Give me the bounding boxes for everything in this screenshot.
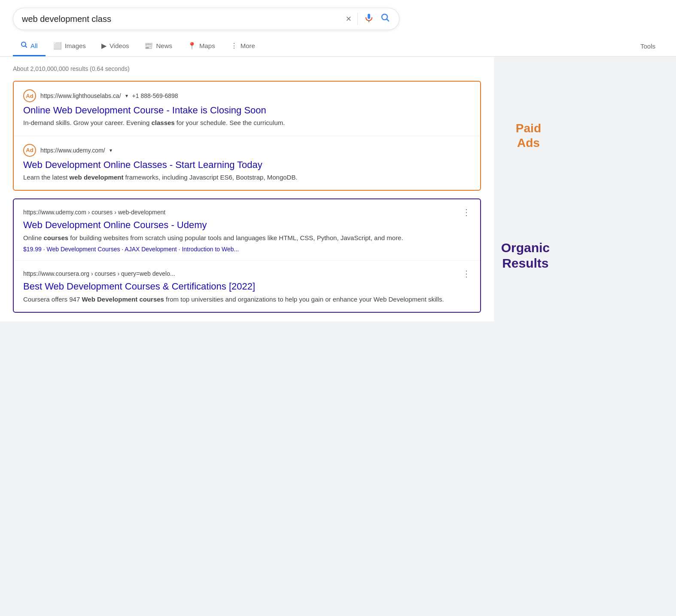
ad-title[interactable]: Web Development Online Classes - Start L… [23, 159, 471, 171]
organic-title[interactable]: Web Development Online Courses - Udemy [23, 220, 471, 231]
ad-url: https://www.udemy.com/ [40, 147, 105, 154]
ad-title[interactable]: Online Web Development Course - Intake i… [23, 105, 471, 116]
tab-videos-label: Videos [110, 42, 129, 49]
tab-videos[interactable]: ▶ Videos [94, 37, 137, 56]
dropdown-arrow-icon[interactable]: ▾ [125, 93, 128, 99]
tab-more-label: More [241, 42, 255, 49]
tab-images[interactable]: ⬜ Images [46, 37, 94, 56]
organic-results-section: https://www.udemy.com › courses › web-de… [13, 198, 481, 313]
organic-description: Online courses for building websites fro… [23, 233, 471, 243]
organic-description: Coursera offers 947 Web Development cour… [23, 295, 471, 305]
tab-images-label: Images [65, 42, 86, 49]
results-count: About 2,010,000,000 results (0.64 second… [13, 65, 481, 72]
more-icon: ⋮ [231, 42, 238, 50]
tab-more[interactable]: ⋮ More [223, 37, 263, 56]
maps-icon: 📍 [188, 42, 196, 50]
search-button[interactable] [380, 12, 390, 25]
more-options-icon[interactable]: ⋮ [462, 268, 471, 279]
ad-badge: Ad [23, 144, 36, 157]
ad-description: In-demand skills. Grow your career. Even… [23, 118, 471, 128]
divider [357, 13, 358, 25]
videos-icon: ▶ [101, 42, 107, 50]
news-icon: 📰 [144, 42, 153, 50]
paid-ads-label: PaidAds [516, 121, 541, 150]
tools-button[interactable]: Tools [633, 37, 663, 55]
tab-maps-label: Maps [199, 42, 215, 49]
ad-phone[interactable]: +1 888-569-6898 [132, 92, 178, 99]
search-input[interactable]: web development class [22, 14, 346, 24]
organic-result: https://www.coursera.org › courses › que… [14, 261, 480, 312]
organic-result: https://www.udemy.com › courses › web-de… [14, 199, 480, 261]
organic-results-label: OrganicResults [501, 240, 550, 271]
clear-icon[interactable]: × [346, 13, 351, 24]
tab-news[interactable]: 📰 News [137, 37, 180, 56]
ad-result: Ad https://www.udemy.com/ ▾ Web Developm… [14, 136, 480, 190]
organic-title[interactable]: Best Web Development Courses & Certifica… [23, 281, 471, 292]
paid-ads-section: Ad https://www.lighthouselabs.ca/ ▾ +1 8… [13, 81, 481, 191]
more-options-icon[interactable]: ⋮ [462, 207, 471, 217]
organic-url: https://www.udemy.com › courses › web-de… [23, 209, 165, 216]
tab-maps[interactable]: 📍 Maps [180, 37, 223, 56]
ad-url: https://www.lighthouselabs.ca/ [40, 92, 121, 99]
mic-icon[interactable] [364, 12, 374, 25]
tab-all-label: All [30, 42, 38, 49]
tab-all[interactable]: All [13, 36, 46, 56]
organic-url: https://www.coursera.org › courses › que… [23, 270, 175, 277]
dropdown-arrow-icon[interactable]: ▾ [110, 147, 112, 153]
ad-description: Learn the latest web development framewo… [23, 173, 471, 183]
images-icon: ⬜ [53, 42, 62, 50]
all-icon [21, 41, 27, 50]
organic-sitelinks: $19.99 · Web Development Courses · AJAX … [23, 246, 471, 253]
tab-news-label: News [156, 42, 172, 49]
ad-result: Ad https://www.lighthouselabs.ca/ ▾ +1 8… [14, 82, 480, 136]
ad-badge: Ad [23, 89, 36, 102]
